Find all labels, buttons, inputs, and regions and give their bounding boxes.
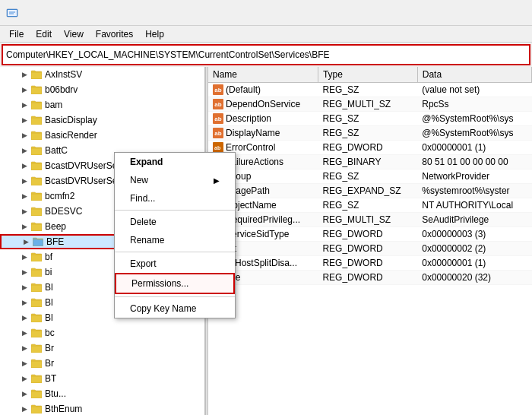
svg-rect-16 <box>31 255 42 261</box>
table-row[interactable]: abErrorControlREG_DWORD0x00000001 (1) <box>208 141 532 155</box>
table-row[interactable]: abDescriptionREG_SZ@%SystemRoot%\sys <box>208 112 532 126</box>
tree-item-AxInstSV[interactable]: AxInstSV <box>0 67 204 82</box>
tree-arrow-Br1[interactable] <box>18 342 30 354</box>
table-row[interactable]: abDisplayNameREG_SZ@%SystemRoot%\sys <box>208 126 532 141</box>
address-input[interactable] <box>6 49 526 60</box>
svg-rect-15 <box>33 239 43 246</box>
tree-arrow-Bl3[interactable] <box>18 312 30 324</box>
cell-type: REG_DWORD <box>318 227 417 242</box>
cell-type: REG_SZ <box>318 83 417 97</box>
cell-type: REG_DWORD <box>318 141 417 155</box>
col-type: Type <box>318 67 417 83</box>
context-menu-item-new[interactable]: New▶ <box>115 171 235 189</box>
cell-data: NetworkProvider <box>417 169 531 184</box>
table-row[interactable]: abGroupREG_SZNetworkProvider <box>208 169 532 184</box>
table-row[interactable]: abDependOnServiceREG_MULTI_SZRpcSs <box>208 97 532 112</box>
context-menu-item-delete[interactable]: Delete <box>115 213 235 231</box>
tree-label-bf: bf <box>45 252 52 262</box>
table-row[interactable]: abRequiredPrivileg...REG_MULTI_SZSeAudit… <box>208 213 532 227</box>
table-row[interactable]: ab(Default)REG_SZ(value not set) <box>208 83 532 97</box>
menu-item-help[interactable]: Help <box>139 27 170 41</box>
tree-item-bc[interactable]: bc <box>0 325 204 341</box>
tree-arrow-BthEnum[interactable] <box>18 403 30 415</box>
menu-item-favorites[interactable]: Favorites <box>90 27 139 41</box>
context-menu-item-rename[interactable]: Rename <box>115 231 235 249</box>
tree-item-Btu[interactable]: Btu... <box>0 386 204 401</box>
address-bar[interactable] <box>2 44 530 65</box>
tree-arrow-BcastDVRUserService[interactable] <box>18 160 30 172</box>
tree-arrow-b06bdrv[interactable] <box>18 84 30 96</box>
cell-type: REG_DWORD <box>318 256 417 271</box>
folder-icon-BFE <box>32 236 44 248</box>
svg-rect-5 <box>31 87 42 94</box>
type-icon: ab <box>213 113 223 124</box>
tree-arrow-BcastDVRUserService_2fa[interactable] <box>18 175 30 187</box>
context-menu-item-export[interactable]: Export <box>115 255 235 273</box>
cell-type: REG_MULTI_SZ <box>318 97 417 112</box>
tree-arrow-BattC[interactable] <box>18 144 30 157</box>
tree-arrow-Bl2[interactable] <box>18 296 30 309</box>
table-row[interactable]: abImagePathREG_EXPAND_SZ%systemroot%\sys… <box>208 184 532 198</box>
tree-arrow-bc[interactable] <box>18 327 30 339</box>
tree-arrow-BasicDisplay[interactable] <box>18 114 30 126</box>
context-menu-item-permissions[interactable]: Permissions... <box>115 273 235 294</box>
tree-arrow-Btu[interactable] <box>18 388 30 400</box>
submenu-arrow-new: ▶ <box>214 176 220 185</box>
table-row[interactable]: abFailureActionsREG_BINARY80 51 01 00 00… <box>208 155 532 169</box>
tree-arrow-BDESVC[interactable] <box>18 205 30 217</box>
cell-name-text: ErrorControl <box>226 142 275 153</box>
folder-icon-BattC <box>30 144 43 157</box>
tree-label-Br2: Br <box>45 358 54 369</box>
tree-item-b06bdrv[interactable]: b06bdrv <box>0 82 204 97</box>
context-menu-item-find[interactable]: Find... <box>115 189 235 208</box>
context-menu-item-expand[interactable]: Expand <box>115 153 235 171</box>
folder-icon-bcmfn2 <box>30 190 43 202</box>
tree-arrow-BFE[interactable] <box>20 236 32 248</box>
tree-item-BasicRender[interactable]: BasicRender <box>0 128 204 143</box>
tree-item-Br1[interactable]: Br <box>0 341 204 356</box>
context-menu-label-permissions: Permissions... <box>131 278 188 289</box>
tree-label-Btu: Btu... <box>45 388 66 399</box>
table-row[interactable]: abvcHostSplitDisa...REG_DWORD0x00000001 … <box>208 256 532 271</box>
tree-arrow-BasicRender[interactable] <box>18 129 30 141</box>
folder-icon-bf <box>30 251 43 263</box>
tree-arrow-bf[interactable] <box>18 251 30 263</box>
tree-label-BDESVC: BDESVC <box>45 206 82 217</box>
tree-arrow-bi[interactable] <box>18 266 30 278</box>
tree-arrow-Beep[interactable] <box>18 220 30 233</box>
tree-arrow-BT[interactable] <box>18 372 30 385</box>
cell-data: @%SystemRoot%\sys <box>417 112 531 126</box>
registry-table: Name Type Data ab(Default)REG_SZ(value n… <box>208 67 532 285</box>
tree-arrow-Br2[interactable] <box>18 357 30 369</box>
cell-data: 0x00000020 (32) <box>417 271 531 285</box>
menu-item-file[interactable]: File <box>3 27 30 41</box>
cell-name: abDescription <box>208 112 318 126</box>
folder-icon-Bl1 <box>30 281 43 293</box>
cell-type: REG_SZ <box>318 198 417 213</box>
main-area: AxInstSV b06bdrv bam BasicDisplay BasicR… <box>0 67 532 415</box>
folder-icon-bam <box>30 99 43 111</box>
tree-item-BT[interactable]: BT <box>0 371 204 386</box>
context-menu-item-copykey[interactable]: Copy Key Name <box>115 299 235 318</box>
menu-item-view[interactable]: View <box>58 27 90 41</box>
svg-rect-7 <box>31 118 42 125</box>
cell-data: @%SystemRoot%\sys <box>417 126 531 141</box>
tree-arrow-bam[interactable] <box>18 99 30 111</box>
table-row[interactable]: abypeREG_DWORD0x00000020 (32) <box>208 271 532 285</box>
tree-item-Br2[interactable]: Br <box>0 356 204 371</box>
tree-item-BasicDisplay[interactable]: BasicDisplay <box>0 112 204 128</box>
tree-label-BthEnum: BthEnum <box>45 404 82 414</box>
table-row[interactable]: abObjectNameREG_SZNT AUTHORITY\Local <box>208 198 532 213</box>
tree-item-BthEnum[interactable]: BthEnum <box>0 401 204 415</box>
folder-icon-BDESVC <box>30 205 43 217</box>
tree-item-bam[interactable]: bam <box>0 97 204 112</box>
table-row[interactable]: abServiceSidTypeREG_DWORD0x00000003 (3) <box>208 227 532 242</box>
menu-item-edit[interactable]: Edit <box>30 27 58 41</box>
type-icon: ab <box>213 142 223 153</box>
tree-arrow-AxInstSV[interactable] <box>18 68 30 81</box>
title-bar <box>0 0 532 26</box>
table-row[interactable]: abartREG_DWORD0x00000002 (2) <box>208 242 532 256</box>
tree-label-bi: bi <box>45 267 52 277</box>
tree-arrow-Bl1[interactable] <box>18 281 30 293</box>
tree-arrow-bcmfn2[interactable] <box>18 190 30 202</box>
